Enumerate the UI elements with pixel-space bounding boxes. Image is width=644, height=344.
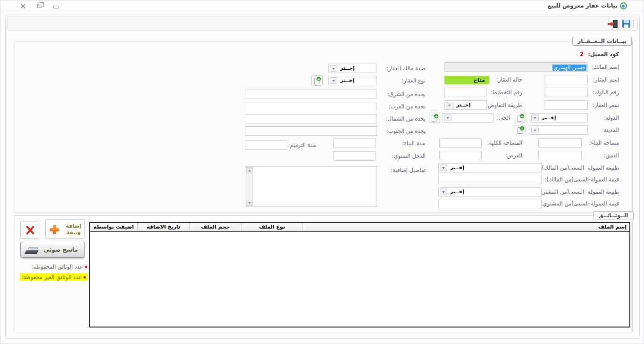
toolbar-separator [619, 20, 619, 28]
owner-capacity-dropdown[interactable]: إخــتر [328, 64, 377, 73]
extra-details-textarea[interactable] [245, 166, 377, 207]
add-document-button[interactable]: إضافة وثيقة [45, 219, 85, 239]
add-property-type-button[interactable]: + [311, 75, 323, 86]
west-border-label: يحده من الغرب: [389, 102, 426, 111]
chevron-down-icon[interactable] [440, 164, 447, 171]
west-border-input[interactable] [245, 102, 377, 111]
north-border-input[interactable] [245, 114, 377, 123]
city-label: المدينة: [602, 125, 619, 135]
negotiation-method-dropdown[interactable]: إخــتر [444, 100, 487, 110]
property-type-label: نوع العقار: [401, 76, 426, 85]
total-area-input[interactable] [439, 138, 482, 147]
add-document-label-line2: وثيقة [67, 229, 81, 236]
property-name-label: إسم العقار: [593, 75, 619, 84]
column-header-date-added[interactable]: تاريخ الاضافة [137, 223, 189, 231]
documents-table-header: إسم الملف نوع الملف حجم الملف تاريخ الاض… [90, 223, 629, 232]
chevron-down-icon[interactable] [531, 127, 539, 133]
chevron-down-icon[interactable] [330, 77, 337, 84]
district-dropdown[interactable] [443, 113, 493, 123]
scrollbar[interactable] [246, 167, 253, 206]
column-header-added-by[interactable]: اضيفت بواسطة [90, 223, 137, 231]
unsaved-documents-count-label: عدد الوثائق الغير محفوظة: [21, 274, 82, 280]
chevron-down-icon[interactable] [531, 115, 539, 121]
commission-nature-buyer-dropdown[interactable]: إخــتر [438, 187, 542, 197]
country-value: إخــتر [542, 114, 556, 122]
east-border-label: يحده من الشرق: [387, 90, 426, 99]
red-dot-icon [85, 266, 87, 268]
property-price-input[interactable] [544, 100, 588, 110]
renovation-year-input[interactable] [245, 140, 287, 150]
toolbar-grip[interactable] [633, 20, 634, 28]
property-type-dropdown[interactable]: إخــتر [328, 76, 377, 85]
column-header-file-size[interactable]: حجم الملف [189, 223, 241, 231]
documents-table[interactable]: إسم الملف نوع الملف حجم الملف تاريخ الاض… [89, 222, 630, 328]
scroll-down-icon[interactable] [246, 200, 252, 206]
scanner-icon [25, 246, 39, 254]
south-border-input[interactable] [245, 126, 377, 136]
negotiation-method-label: طريقة التفاوض: [486, 100, 522, 110]
add-district-button[interactable]: + [429, 113, 440, 123]
commission-nature-buyer-label: طبيعة العمولة- السعى(من المشتري): [534, 187, 619, 197]
depth-input[interactable] [538, 151, 582, 160]
total-area-label: المساحة الكلية: [487, 138, 522, 147]
add-document-label: إضافة وثيقة [66, 223, 81, 236]
column-header-file-type[interactable]: نوع الملف [241, 223, 302, 231]
city-dropdown[interactable] [530, 125, 588, 135]
property-type-value: إخــتر [340, 76, 355, 85]
commission-nature-owner-dropdown[interactable]: إخــتر [438, 163, 542, 172]
column-header-file-name[interactable]: إسم الملف [302, 223, 629, 231]
build-year-input[interactable] [333, 139, 376, 148]
chevron-down-icon[interactable] [330, 65, 337, 72]
saved-documents-count: عدد الوثائق المحفوظة: [17, 262, 87, 271]
width-input[interactable] [439, 151, 482, 160]
minimize-window-button[interactable] [51, 2, 61, 10]
delete-x-icon [26, 225, 33, 235]
plus-icon: + [519, 114, 525, 119]
planning-number-input[interactable] [444, 88, 487, 97]
title-bar: بيانات عقار معروض للبيع [0, 0, 644, 11]
scanner-button[interactable]: ماسح ضوئي [20, 242, 85, 258]
property-data-group-title: بيــانات الــعــقــار [572, 37, 632, 46]
app-icon [620, 2, 627, 9]
saved-documents-count-label: عدد الوثائق المحفوظة: [32, 263, 83, 270]
property-sale-window: بيانات عقار معروض للبيع بيــانات الــعــ… [0, 0, 644, 344]
exit-arrow-bar [608, 23, 611, 25]
add-country-button[interactable]: + [515, 113, 526, 123]
building-area-label: مساحة البناء: [589, 138, 619, 147]
chevron-down-icon[interactable] [440, 188, 447, 195]
block-number-input[interactable] [544, 88, 588, 97]
country-dropdown[interactable]: إخــتر [530, 113, 588, 123]
building-area-input[interactable] [538, 138, 582, 147]
unsaved-documents-count: عدد الوثائق الغير محفوظة: [17, 273, 87, 281]
depth-label: العمق: [604, 151, 619, 160]
exit-icon[interactable] [607, 20, 618, 28]
commission-nature-owner-value: إخــتر [450, 164, 465, 172]
property-name-input[interactable] [544, 75, 588, 84]
commission-value-buyer-input[interactable] [438, 199, 542, 208]
commission-value-owner-input[interactable] [438, 175, 542, 184]
district-label: الحي: [497, 113, 510, 123]
client-code-value: 2 [580, 49, 584, 59]
annual-income-input[interactable] [333, 151, 376, 161]
documents-table-body[interactable] [90, 232, 629, 327]
scroll-up-icon[interactable] [246, 167, 252, 173]
commission-nature-owner-label: طبيعة العمولة- السعى(من المالك): [540, 163, 619, 172]
chevron-down-icon[interactable] [444, 115, 452, 121]
add-document-label-line1: إضافة [66, 223, 81, 229]
extra-details-label: تفاصيل إضافية: [391, 165, 426, 175]
chevron-down-icon[interactable] [446, 102, 453, 108]
save-icon[interactable] [622, 20, 630, 28]
add-city-button[interactable]: + [515, 125, 526, 135]
restore-window-button[interactable] [35, 2, 45, 10]
east-border-input[interactable] [245, 90, 377, 99]
width-label: العرض: [505, 151, 522, 160]
extra-details-text[interactable] [253, 167, 376, 206]
close-window-button[interactable] [18, 2, 28, 10]
negotiation-method-value: إخــتر [456, 101, 471, 109]
restore-icon [37, 4, 42, 8]
owner-name-field[interactable]: حسين الهشري [444, 62, 588, 72]
plus-icon: + [316, 76, 321, 82]
delete-document-button[interactable] [20, 221, 38, 239]
exit-arrow-tip [611, 22, 614, 26]
close-icon [20, 3, 26, 9]
